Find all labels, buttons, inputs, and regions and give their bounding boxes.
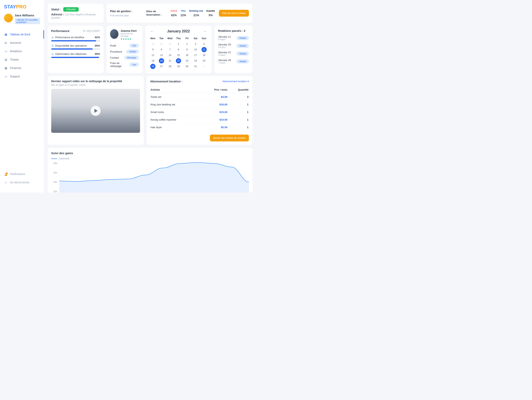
calendar-day[interactable]: 30 — [158, 41, 166, 47]
action-button[interactable]: Message — [124, 56, 139, 60]
add-rental-items-button[interactable]: Ajouter des articles de location — [210, 135, 249, 141]
nav-label: Se déconnecter — [10, 181, 30, 184]
calendar-day[interactable]: 3 — [191, 41, 200, 47]
video-title: Dernier rapport vidéo sur le nettoyage d… — [51, 80, 140, 83]
calendar-day[interactable]: 24 — [191, 58, 200, 63]
calendar-day[interactable]: 27 — [158, 64, 166, 69]
calendar-day[interactable]: 20 — [159, 58, 164, 63]
rotation-item: January 115:02pm Détails — [218, 35, 249, 41]
metric-value: 92% — [95, 36, 100, 39]
calendar-day[interactable]: 16 — [183, 53, 191, 58]
user-avatar[interactable] — [4, 14, 13, 22]
add-property-button[interactable]: +Ajouter de nouvelles propriétés — [15, 18, 40, 24]
rotation-details-button[interactable]: Détails — [236, 52, 249, 56]
rotation-time: 3:47pm — [218, 46, 231, 48]
subscription-dropdown[interactable]: Abonnement location ▾ — [222, 80, 249, 83]
site-vrbo: Vrbo12% — [180, 10, 186, 17]
listing-icon: ⊟ — [4, 41, 8, 45]
nav-support[interactable]: ▭Support — [0, 72, 44, 81]
booking-logo: Booking.com — [189, 10, 203, 13]
calendar-day[interactable]: 8 — [174, 47, 183, 52]
calendar-day[interactable]: 17 — [191, 53, 200, 58]
calendar-dow: Mon — [149, 36, 157, 41]
ticket-icon: ▤ — [4, 58, 8, 61]
calendar-day[interactable]: 2 — [183, 41, 191, 47]
housekeeper-avatar — [110, 29, 118, 39]
info-icon[interactable]: i — [51, 53, 54, 56]
upgrade-plan-button[interactable]: Plan de mise à niveau — [219, 10, 249, 17]
calendar-day[interactable]: 26 — [150, 64, 155, 69]
housekeeper-name: Joanna Kerr — [120, 29, 139, 32]
metric-row: iPerformance du bénéfice92% — [51, 36, 100, 41]
dashboard-icon: ▦ — [4, 33, 8, 36]
calendar-day[interactable]: 22 — [176, 58, 181, 63]
metric-label: iDisponibilité des opérations — [51, 44, 87, 47]
calendar-day[interactable]: 15 — [174, 53, 183, 58]
calendar-day[interactable]: 13 — [158, 53, 166, 58]
calendar-dow: Sat — [191, 36, 200, 41]
video-thumbnail[interactable] — [51, 89, 140, 133]
user-name: Sara Williams — [15, 14, 40, 17]
calendar-day[interactable]: 31 — [166, 41, 174, 47]
calendar-day[interactable]: 14 — [166, 53, 174, 58]
housekeeper-card: Joanna Kerr personne de ménage ★★★★★ Pro… — [107, 25, 142, 73]
sidebar: STAYPRO Sara Williams +Ajouter de nouvel… — [0, 0, 44, 193]
calendar-day[interactable]: 21 — [166, 58, 174, 63]
nav-rotations[interactable]: ▭Rotations — [0, 47, 44, 55]
nav-dashboard[interactable]: ▦Tableau de bord — [0, 30, 44, 39]
calendar-day[interactable]: 18 — [200, 53, 208, 58]
calendar-day[interactable]: 25 — [200, 58, 208, 63]
calendar-day[interactable]: 23 — [183, 58, 191, 63]
calendar-day[interactable]: 1 — [174, 41, 183, 47]
calendar-prev-button[interactable]: ← — [149, 30, 155, 33]
info-icon[interactable]: i — [51, 36, 54, 39]
info-icon[interactable]: i — [51, 44, 54, 47]
action-label: Contact — [110, 56, 119, 59]
nav-finances[interactable]: ▦Finances — [0, 64, 44, 72]
action-button[interactable]: Voir — [129, 44, 139, 48]
nav-annonce[interactable]: ⊟Annonce — [0, 39, 44, 47]
calendar-day[interactable]: 5 — [149, 47, 157, 52]
nav-tickets[interactable]: ▤Tickets — [0, 55, 44, 64]
nav-logout[interactable]: ⎋Se déconnecter — [0, 178, 44, 187]
main-nav: ▦Tableau de bord ⊟Annonce ▭Rotations ▤Ti… — [0, 28, 44, 170]
item-name: Hair dryer — [151, 124, 201, 131]
action-button[interactable]: Voir — [129, 62, 139, 67]
calendar-day[interactable]: 6 — [158, 47, 166, 52]
calendar-day[interactable]: 12 — [149, 53, 157, 58]
calendar-day[interactable]: 1 — [200, 64, 208, 69]
rotation-details-button[interactable]: Détails — [236, 44, 249, 48]
housekeeper-role: personne de ménage — [120, 32, 139, 37]
play-button[interactable] — [91, 106, 101, 116]
video-report-card: Dernier rapport vidéo sur le nettoyage d… — [48, 76, 144, 145]
calendar-day[interactable]: 31 — [191, 64, 200, 69]
calendar-day[interactable]: 10 — [191, 47, 200, 52]
plan-value: Full-service plan — [110, 14, 142, 17]
rotation-details-button[interactable]: Détails — [236, 36, 249, 40]
rating-stars: ★★★★★ — [120, 38, 139, 40]
main-content: Statut : Utilisable Adresse : 123 Rue St… — [44, 0, 256, 193]
calendar-day[interactable]: 9 — [183, 47, 191, 52]
item-price: $10.00 — [202, 116, 227, 123]
table-row: King size bedding set $18.00 1 — [151, 101, 248, 108]
progress-fill — [51, 48, 93, 50]
calendar-day[interactable]: 29 — [174, 64, 183, 69]
nav-notifications[interactable]: 🔔Notifications — [0, 170, 44, 178]
calendar-day[interactable]: 29 — [149, 41, 157, 47]
calendar-next-button[interactable]: → — [202, 30, 208, 33]
calendar-day[interactable]: 11 — [202, 47, 207, 52]
area-chart — [59, 162, 249, 193]
calendar-day[interactable]: 7 — [166, 47, 174, 52]
calendar-day[interactable]: 30 — [183, 64, 191, 69]
chart-area-fill — [59, 162, 249, 193]
action-button[interactable]: Vérifier — [126, 50, 139, 54]
calendar-title: January 2022 — [167, 29, 190, 33]
rotation-details-button[interactable]: Détails — [236, 59, 249, 63]
metric-label: iOptimisation des dépenses — [51, 52, 87, 56]
calendar-day[interactable]: 4 — [200, 41, 208, 47]
progress-bar — [51, 57, 100, 58]
metric-row: iDisponibilité des opérations85% — [51, 44, 100, 50]
calendar-day[interactable]: 28 — [166, 64, 174, 69]
item-qty: 1 — [228, 124, 248, 131]
calendar-day[interactable]: 19 — [149, 58, 157, 63]
